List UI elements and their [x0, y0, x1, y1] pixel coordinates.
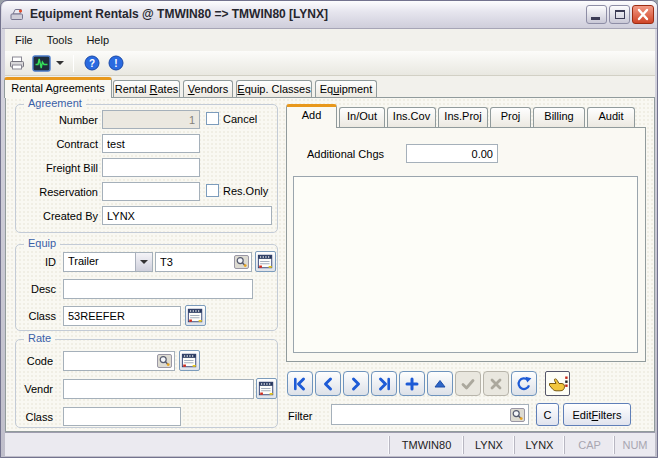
minimize-button[interactable] — [586, 5, 607, 24]
subtab-ins-proj[interactable]: Ins.Proj — [438, 107, 488, 127]
tab-equip-classes[interactable]: Equip. Classes — [236, 80, 312, 97]
toolbar: ? ! — [5, 51, 655, 76]
check-icon — [460, 376, 476, 392]
status-company: LYNX — [463, 436, 514, 454]
status-bar: TMWIN80 LYNX LYNX CAP NUM — [5, 432, 655, 456]
tab-equipment[interactable]: Equipment — [315, 80, 377, 97]
window-title: Equipment Rentals @ TMWIN80 => TMWIN80 [… — [30, 7, 328, 21]
hand-pointer-button[interactable] — [545, 371, 570, 396]
equip-type-value: Trailer — [68, 255, 99, 267]
svg-text:?: ? — [89, 58, 95, 69]
res-only-checkbox[interactable] — [206, 184, 219, 197]
edit-filters-button[interactable]: Edit Filters — [563, 403, 631, 426]
status-num-lock: NUM — [614, 436, 655, 454]
agreement-legend: Agreement — [24, 97, 86, 109]
charges-listbox[interactable] — [293, 176, 638, 353]
cancel-label: Cancel — [223, 113, 257, 125]
nav-previous-button[interactable] — [315, 371, 341, 396]
clear-filter-button[interactable]: C — [536, 403, 559, 426]
about-button[interactable]: ! — [104, 53, 128, 74]
cancel-checkbox[interactable] — [206, 112, 219, 125]
up-triangle-icon — [432, 376, 448, 392]
equip-desc-field[interactable] — [63, 279, 253, 299]
nav-add-button[interactable] — [399, 371, 425, 396]
subtab-add[interactable]: Add — [286, 104, 337, 128]
title-bar[interactable]: Equipment Rentals @ TMWIN80 => TMWIN80 [… — [2, 1, 658, 29]
nav-cancel-button[interactable] — [483, 371, 509, 396]
nav-top-button[interactable] — [427, 371, 453, 396]
rate-class-field[interactable] — [63, 407, 181, 426]
info-icon: ! — [108, 55, 124, 71]
svg-text:!: ! — [114, 58, 117, 69]
nav-next-button[interactable] — [343, 371, 369, 396]
contract-field[interactable] — [102, 134, 200, 153]
equip-class-detail-button[interactable] — [185, 305, 206, 326]
reservation-field[interactable] — [102, 182, 200, 201]
nav-last-button[interactable] — [371, 371, 397, 396]
freight-bill-label: Freight Bill — [21, 162, 98, 174]
number-label: Number — [21, 114, 98, 126]
equip-type-combo[interactable]: Trailer — [63, 252, 153, 272]
number-field[interactable] — [102, 110, 200, 129]
rate-code-lookup-button[interactable] — [157, 354, 172, 368]
help-button[interactable]: ? — [80, 53, 104, 74]
created-by-field[interactable] — [102, 206, 272, 225]
menu-tools[interactable]: Tools — [40, 31, 80, 49]
nav-first-button[interactable] — [287, 371, 313, 396]
chevron-down-icon — [140, 260, 148, 264]
previous-record-icon — [320, 376, 336, 392]
subtab-ins-cov[interactable]: Ins.Cov — [387, 107, 436, 127]
status-system: TMWIN80 — [389, 436, 463, 454]
notepad-icon — [257, 253, 274, 270]
contract-label: Contract — [21, 138, 98, 150]
rate-vendr-detail-button[interactable] — [256, 378, 277, 399]
status-caps-lock: CAP — [564, 436, 614, 454]
last-record-icon — [376, 376, 392, 392]
notepad-icon — [187, 307, 204, 324]
subtab-in-out[interactable]: In/Out — [339, 107, 385, 127]
nav-refresh-button[interactable] — [511, 371, 537, 396]
combo-drop-button[interactable] — [135, 253, 152, 271]
filter-label: Filter — [288, 410, 328, 422]
rate-vendr-label: Vendr — [15, 383, 53, 395]
filter-lookup-button[interactable] — [510, 408, 525, 422]
rate-class-label: Class — [15, 411, 53, 423]
tab-rental-rates[interactable]: Rental Rates — [113, 80, 180, 97]
close-button[interactable] — [632, 5, 654, 24]
maximize-button[interactable] — [609, 5, 630, 24]
magnifier-icon — [234, 255, 249, 269]
magnifier-icon — [157, 354, 172, 368]
maximize-icon — [615, 10, 625, 19]
subtab-proj[interactable]: Proj — [490, 107, 531, 127]
tab-rental-agreements[interactable]: Rental Agreements — [4, 77, 112, 98]
tab-vendors[interactable]: Vendors — [183, 80, 233, 97]
menu-help[interactable]: Help — [79, 31, 116, 49]
monitor-button[interactable] — [29, 53, 53, 74]
menu-bar: File Tools Help — [5, 29, 655, 51]
equip-legend: Equip — [24, 237, 60, 249]
subtab-billing[interactable]: Billing — [533, 107, 585, 127]
additional-chgs-field[interactable] — [406, 144, 498, 163]
equip-class-field[interactable] — [63, 306, 181, 326]
print-button[interactable] — [5, 53, 29, 74]
subtab-audit[interactable]: Audit — [587, 107, 635, 127]
rate-code-detail-button[interactable] — [179, 350, 200, 371]
minimize-icon — [591, 17, 600, 20]
refresh-icon — [516, 376, 532, 392]
status-user: LYNX — [514, 436, 564, 454]
first-record-icon — [292, 376, 308, 392]
nav-accept-button[interactable] — [455, 371, 481, 396]
menu-file[interactable]: File — [8, 31, 40, 49]
notepad-icon — [258, 380, 275, 397]
help-icon: ? — [84, 55, 100, 71]
equip-unit-detail-button[interactable] — [255, 251, 276, 272]
filter-input[interactable] — [331, 404, 529, 425]
freight-bill-field[interactable] — [102, 158, 200, 177]
rate-vendr-field[interactable] — [63, 379, 254, 399]
equip-unit-lookup-button[interactable] — [234, 255, 249, 269]
reservation-label: Reservation — [21, 186, 98, 198]
close-icon — [633, 6, 653, 23]
monitor-dropdown-button[interactable] — [53, 53, 67, 74]
rate-code-label: Code — [15, 355, 53, 367]
app-window: Equipment Rentals @ TMWIN80 => TMWIN80 [… — [0, 0, 658, 458]
